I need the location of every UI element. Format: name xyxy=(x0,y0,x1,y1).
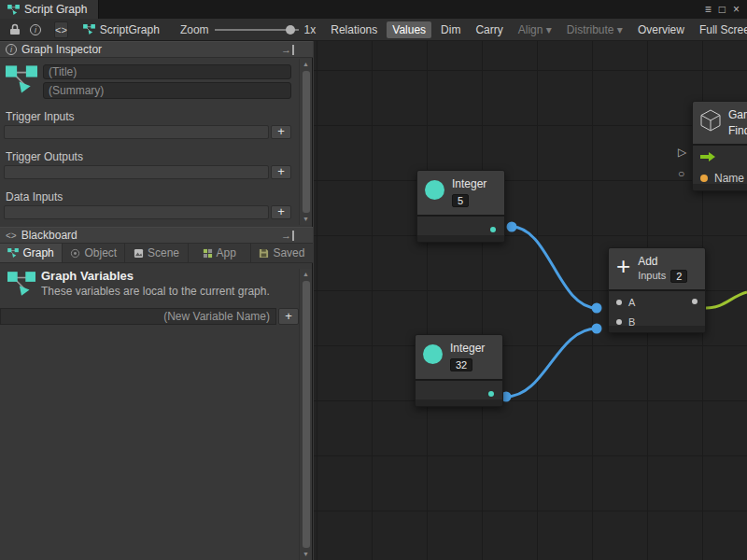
input-port-dot[interactable] xyxy=(616,319,622,325)
values-button[interactable]: Values xyxy=(387,21,431,38)
zoom-label: Zoom xyxy=(180,23,209,36)
code-view-button[interactable]: <> xyxy=(54,21,68,38)
tab-app-label: App xyxy=(217,246,236,259)
control-port-icon[interactable]: ▷ xyxy=(678,147,686,158)
carry-button[interactable]: Carry xyxy=(470,21,508,38)
graph-variables-icon xyxy=(7,271,35,297)
trigger-inputs-listbox xyxy=(4,125,269,139)
dim-button[interactable]: Dim xyxy=(435,21,466,38)
add-node-header[interactable]: + Add Inputs 2 xyxy=(609,248,705,289)
tab-object[interactable]: Object xyxy=(63,244,125,262)
flow-arrow-icon xyxy=(700,151,715,162)
control-input-row[interactable] xyxy=(700,151,715,162)
integer-type-icon xyxy=(423,344,443,364)
trigger-outputs-listbox xyxy=(4,165,269,179)
integer-node-header[interactable]: Integer 32 xyxy=(416,335,502,379)
scroll-down-icon[interactable]: ▼ xyxy=(303,214,309,225)
trigger-outputs-list: + xyxy=(4,165,291,179)
input-port-dot[interactable] xyxy=(616,300,622,305)
scroll-up-icon[interactable]: ▲ xyxy=(303,59,309,70)
align-dropdown-button[interactable]: Align ▾ xyxy=(513,21,557,38)
scroll-up-icon[interactable]: ▲ xyxy=(303,269,309,280)
tab-graph-label: Graph xyxy=(22,246,53,259)
wire-endpoint-dot[interactable] xyxy=(507,222,517,232)
graph-summary-input[interactable] xyxy=(43,82,291,99)
new-variable-input[interactable] xyxy=(0,308,276,325)
object-tab-icon xyxy=(70,248,80,259)
pin-panel-icon[interactable]: → xyxy=(281,45,294,55)
port-b-label: B xyxy=(628,316,635,328)
wire-int32-to-addB[interactable] xyxy=(506,329,597,397)
script-graph-icon xyxy=(7,5,20,15)
integer-node-header[interactable]: Integer 5 xyxy=(417,171,504,215)
wire-endpoint-dot[interactable] xyxy=(592,324,602,334)
add-data-input-button[interactable]: + xyxy=(271,205,291,219)
tab-saved[interactable]: Saved xyxy=(251,244,313,262)
find-node-header[interactable]: GameObject Find xyxy=(693,102,747,144)
scroll-down-icon[interactable]: ▼ xyxy=(303,549,309,560)
wire-add-output[interactable] xyxy=(706,292,747,308)
wire-endpoint-dot[interactable] xyxy=(592,303,602,314)
integer-node-body xyxy=(416,379,502,406)
integer-node-body xyxy=(417,215,504,242)
node-title-line1: GameObject xyxy=(728,108,747,121)
graph-canvas[interactable]: Integer 5 Integer 32 + Add Inputs xyxy=(314,41,747,560)
tab-scene[interactable]: Scene xyxy=(125,244,188,262)
trigger-inputs-list: + xyxy=(4,125,291,139)
overview-button[interactable]: Overview xyxy=(632,21,690,38)
inputs-count-field[interactable]: 2 xyxy=(670,270,687,283)
variables-scrollbar-thumb[interactable] xyxy=(303,281,310,548)
graph-tab-icon xyxy=(7,248,19,258)
add-node[interactable]: + Add Inputs 2 A B xyxy=(608,247,706,333)
data-inputs-list: + xyxy=(4,205,291,219)
zoom-slider[interactable] xyxy=(215,24,299,35)
output-port-dot[interactable] xyxy=(488,391,494,397)
blackboard-tabbar: Graph Object Scene App Saved xyxy=(0,244,313,263)
fullscreen-button[interactable]: Full Screen xyxy=(694,21,747,38)
gameobject-find-node[interactable]: GameObject Find Name xyxy=(692,101,747,191)
add-trigger-output-button[interactable]: + xyxy=(271,165,291,179)
blackboard-header: <> Blackboard → xyxy=(0,227,313,244)
graph-reference[interactable]: ScriptGraph xyxy=(83,23,160,36)
pin-panel-icon[interactable]: → xyxy=(281,231,294,241)
integer-value-field[interactable]: 5 xyxy=(452,194,469,207)
graph-variables-title: Graph Variables xyxy=(41,269,134,283)
add-node-body: A B xyxy=(609,289,705,332)
name-port-dot[interactable] xyxy=(700,175,708,182)
tab-graph[interactable]: Graph xyxy=(0,244,63,262)
new-variable-row: + xyxy=(0,308,299,325)
graph-title-input[interactable] xyxy=(43,64,291,79)
integer-node-5[interactable]: Integer 5 xyxy=(416,170,505,243)
port-a-label: A xyxy=(628,297,635,308)
inspector-scrollbar-thumb[interactable] xyxy=(303,71,310,213)
variables-scrollbar[interactable]: ▲ ▼ xyxy=(299,269,312,560)
add-variable-button[interactable]: + xyxy=(278,308,299,325)
wire-int5-to-addA[interactable] xyxy=(512,227,597,308)
script-graph-tab[interactable]: Script Graph xyxy=(0,0,99,19)
saved-tab-icon xyxy=(259,248,269,259)
lock-icon[interactable] xyxy=(9,23,21,35)
add-trigger-input-button[interactable]: + xyxy=(271,125,291,139)
input-port-b[interactable]: B xyxy=(616,316,635,328)
window-menu-icon[interactable]: ≡ xyxy=(705,0,712,19)
tab-object-label: Object xyxy=(84,246,117,259)
window-maximize-icon[interactable]: □ xyxy=(719,0,726,19)
output-port-dot[interactable] xyxy=(692,299,698,304)
inspector-scrollbar[interactable]: ▲ ▼ xyxy=(299,59,312,225)
info-icon[interactable]: i xyxy=(30,24,41,35)
integer-node-32[interactable]: Integer 32 xyxy=(415,334,503,407)
input-port-a[interactable]: A xyxy=(616,297,635,308)
distribute-dropdown-button[interactable]: Distribute ▾ xyxy=(561,21,628,38)
app-tab-icon xyxy=(203,248,213,259)
output-port-dot[interactable] xyxy=(490,227,496,232)
data-inputs-listbox xyxy=(4,205,269,219)
value-port-icon[interactable]: ○ xyxy=(678,168,684,179)
window-close-icon[interactable]: × xyxy=(733,0,740,19)
tab-app[interactable]: App xyxy=(189,244,251,262)
relations-button[interactable]: Relations xyxy=(325,21,383,38)
trigger-outputs-label: Trigger Outputs xyxy=(6,150,83,163)
name-input-row[interactable]: Name xyxy=(700,172,744,185)
integer-value-field[interactable]: 32 xyxy=(450,358,472,371)
zoom-slider-knob[interactable] xyxy=(286,25,295,35)
graph-variables-subtitle: These variables are local to the current… xyxy=(41,285,270,298)
